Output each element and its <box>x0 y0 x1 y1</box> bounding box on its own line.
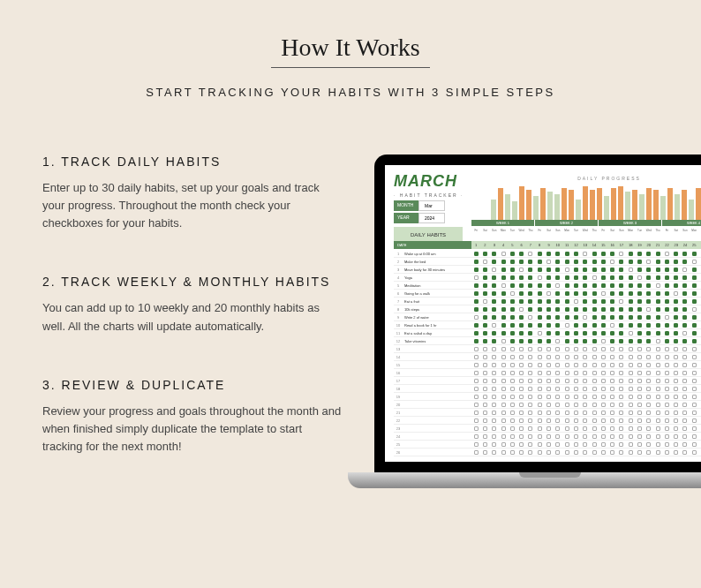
habit-cell <box>535 266 544 273</box>
checkbox-icon <box>492 347 496 351</box>
habit-cell <box>617 401 626 408</box>
checkbox-icon <box>501 379 506 383</box>
checkbox-icon <box>601 426 606 431</box>
checkbox-icon <box>692 363 697 367</box>
checkbox-icon <box>474 379 479 383</box>
checkbox-icon <box>629 315 633 320</box>
habit-cell <box>599 377 607 384</box>
checkbox-icon <box>565 347 569 351</box>
checkbox-icon <box>637 283 642 288</box>
checkbox-icon <box>592 291 597 296</box>
checkbox-icon <box>510 371 515 375</box>
habit-cell <box>690 313 698 320</box>
habit-cell <box>526 305 535 313</box>
habit-number: 4 <box>394 275 403 280</box>
habit-cell <box>499 274 508 281</box>
habit-cell <box>653 353 662 360</box>
checkbox-icon <box>656 442 660 447</box>
habit-number: 6 <box>394 291 403 296</box>
habit-cell <box>672 337 681 344</box>
checkbox-icon <box>637 268 642 272</box>
habit-cell <box>599 329 607 336</box>
checkbox-icon <box>538 283 542 288</box>
habit-cell <box>490 305 499 313</box>
habit-cell <box>508 258 516 265</box>
checkbox-icon <box>646 291 651 296</box>
habit-cell <box>681 250 690 257</box>
checkbox-icon <box>637 426 642 431</box>
checkbox-icon <box>656 268 660 272</box>
checkbox-icon <box>619 339 623 343</box>
habit-cell <box>662 409 671 416</box>
chart-bar <box>533 196 539 222</box>
habit-cell <box>599 274 607 281</box>
habit-cell <box>644 266 653 273</box>
habit-cell <box>662 298 671 305</box>
habit-cell <box>554 274 562 281</box>
checkbox-icon <box>665 323 669 328</box>
checkbox-icon <box>583 379 587 383</box>
checkbox-icon <box>629 403 633 407</box>
checkbox-icon <box>592 331 597 335</box>
checkbox-icon <box>656 252 660 256</box>
checkbox-icon <box>483 411 487 415</box>
habit-cell <box>508 305 516 313</box>
checkbox-icon <box>656 371 660 375</box>
checkbox-icon <box>546 387 551 391</box>
habit-cell <box>599 369 607 376</box>
checkbox-icon <box>674 315 678 320</box>
habit-cell <box>626 345 635 352</box>
chart-bar <box>583 186 588 222</box>
habit-cell <box>672 250 681 257</box>
checkbox-icon <box>629 307 633 312</box>
date-cell: 5 <box>508 241 516 249</box>
habit-cell <box>499 282 508 289</box>
checkbox-icon <box>565 260 569 264</box>
habit-cell <box>626 305 635 313</box>
habit-cell <box>562 313 571 320</box>
habit-row: 11Eat a salad a day <box>394 329 701 337</box>
checkbox-icon <box>610 283 614 288</box>
title-underline <box>271 67 430 68</box>
checkbox-icon <box>629 355 633 359</box>
chart-title: DAILY PROGRESS <box>491 176 701 181</box>
checkbox-icon <box>610 252 614 256</box>
checkbox-icon <box>674 307 678 312</box>
habit-cell <box>562 425 571 432</box>
habit-cell <box>662 441 671 448</box>
habit-cell <box>535 369 544 376</box>
checkbox-icon <box>619 260 623 264</box>
checkbox-icon <box>574 275 578 280</box>
checkbox-icon <box>555 442 560 447</box>
checkbox-icon <box>665 291 669 296</box>
habit-cell <box>617 425 626 432</box>
habit-cell <box>607 449 616 456</box>
checkbox-icon <box>601 339 606 343</box>
checkbox-icon <box>637 442 642 447</box>
habit-name: Eat a fruit <box>403 299 471 304</box>
checkbox-icon <box>583 260 587 264</box>
checkbox-icon <box>555 403 560 407</box>
day-header: Wed <box>516 227 525 234</box>
checkbox-icon <box>629 283 633 288</box>
habit-cell <box>599 409 607 416</box>
step-body: Enter up to 30 daily habits, set up your… <box>42 179 343 232</box>
checkbox-icon <box>665 418 669 423</box>
checkbox-icon <box>501 275 506 280</box>
checkbox-icon <box>538 252 542 256</box>
checkbox-icon <box>646 387 651 391</box>
habit-row: 12Take vitamins <box>394 337 701 345</box>
checkbox-icon <box>510 268 515 272</box>
checkbox-icon <box>538 291 542 296</box>
habit-cell <box>480 337 489 344</box>
checkbox-icon <box>637 323 642 328</box>
checkbox-icon <box>538 411 542 415</box>
checkbox-icon <box>528 371 532 375</box>
habit-cell <box>535 298 544 305</box>
checkbox-icon <box>565 355 569 359</box>
habit-cell <box>644 409 653 416</box>
habit-cell <box>607 258 616 265</box>
habit-cell <box>672 449 681 456</box>
habit-cell <box>508 353 516 360</box>
habit-cell <box>626 377 635 384</box>
